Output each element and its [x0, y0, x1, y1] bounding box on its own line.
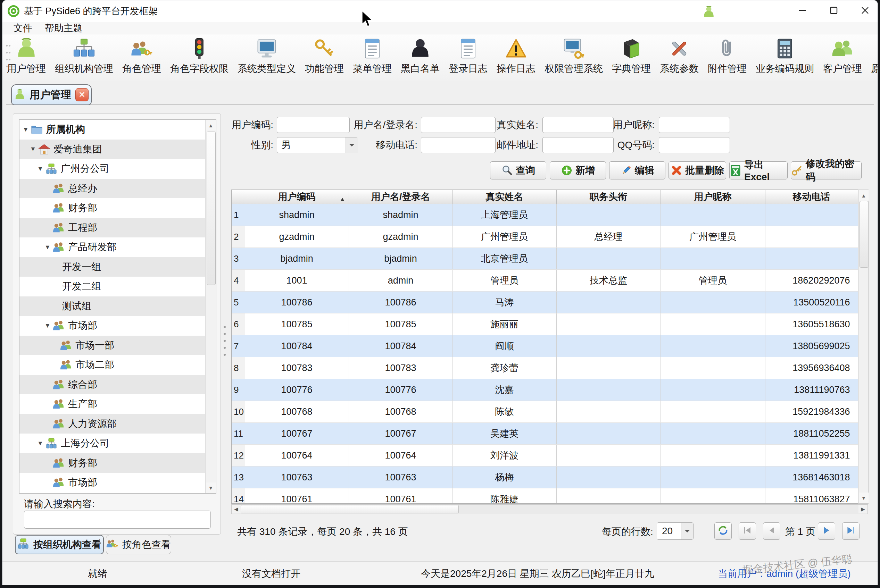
table-row[interactable]: 6100785100785施丽丽13605518630: [232, 314, 858, 335]
user-code-field[interactable]: [277, 117, 350, 133]
tree-item[interactable]: 工程部: [20, 218, 216, 238]
mobile-field[interactable]: [421, 137, 496, 153]
toolbar-item-user-green[interactable]: 用户管理: [2, 34, 50, 75]
menu-item-file[interactable]: 文件: [8, 22, 38, 34]
table-scroll-left-icon[interactable]: ◀: [232, 505, 241, 513]
maximize-button[interactable]: [821, 0, 846, 21]
table-row[interactable]: 5100786100786马涛13500520116: [232, 292, 858, 314]
toolbar-item-orgchart[interactable]: 组织机构管理: [50, 34, 118, 75]
tree-item[interactable]: 市场二部: [20, 355, 216, 375]
toolbar-item-users-green[interactable]: 客户管理: [818, 34, 866, 75]
tree-item[interactable]: 财务部: [20, 453, 216, 473]
expand-arrow-icon[interactable]: ▼: [43, 244, 52, 251]
tree-item[interactable]: 人力资源部: [20, 414, 216, 434]
toolbar-item-traffic[interactable]: 角色字段权限: [166, 34, 233, 75]
table-scroll-down-icon[interactable]: ▼: [859, 492, 868, 503]
last-page-button[interactable]: [842, 522, 859, 540]
table-row[interactable]: 13100763100763杨梅13681463018: [232, 466, 858, 488]
tree-item[interactable]: ▼产品研发部: [20, 237, 216, 257]
toolbar-item-keys[interactable]: 功能管理: [300, 34, 348, 75]
tree-scroll-down-icon[interactable]: ▼: [206, 483, 216, 493]
expand-arrow-icon[interactable]: ▼: [43, 322, 52, 329]
change-password-button[interactable]: 修改我的密码: [791, 161, 862, 180]
add-button[interactable]: 新增: [550, 161, 606, 180]
tree-item[interactable]: 开发一组: [20, 257, 216, 277]
close-button[interactable]: [853, 0, 878, 21]
table-vscroll-thumb[interactable]: [859, 201, 868, 268]
expand-arrow-icon[interactable]: ▼: [36, 440, 45, 447]
toolbar-item-doc[interactable]: 登录日志: [444, 34, 492, 75]
tree-item[interactable]: ▼上海分公司: [20, 434, 216, 453]
edit-button[interactable]: 编辑: [609, 161, 665, 180]
table-row[interactable]: 2gzadmingzadmin广州管理员总经理广州管理员: [232, 226, 858, 248]
tree-item[interactable]: 市场一部: [20, 336, 216, 356]
table-row[interactable]: 8100783100783龚珍蕾13956936408: [232, 357, 858, 379]
column-header[interactable]: 用户昵称: [661, 190, 765, 204]
tree-search-input[interactable]: [24, 511, 211, 529]
toolbar-item-tools[interactable]: 系统参数: [655, 34, 703, 75]
table-hscroll-thumb[interactable]: [241, 505, 459, 513]
tree-item[interactable]: 市场部: [20, 473, 216, 492]
page-size-select[interactable]: 20: [657, 522, 694, 540]
column-header[interactable]: 移动电话: [765, 190, 858, 204]
toolbar-item-monitor-key[interactable]: 权限管理系统: [540, 34, 607, 75]
table-scroll-up-icon[interactable]: ▲: [859, 190, 868, 201]
nickname-field[interactable]: [659, 117, 730, 133]
expand-arrow-icon[interactable]: ▼: [29, 146, 38, 153]
tree-scrollbar[interactable]: ▲ ▼: [205, 120, 216, 493]
tree-item[interactable]: ▼爱奇迪集团: [20, 140, 216, 159]
table-row[interactable]: 1shadminshadmin上海管理员: [232, 204, 858, 226]
tree-item[interactable]: 测试组: [20, 296, 216, 316]
query-button[interactable]: 查询: [490, 161, 546, 180]
table-row[interactable]: 7100784100784阎顺13805699025: [232, 335, 858, 357]
table-row[interactable]: 3bjadminbjadmin北京管理员: [232, 248, 858, 270]
minimize-button[interactable]: [790, 0, 815, 21]
tree-item[interactable]: ▼所属机构: [20, 120, 216, 140]
column-header[interactable]: 真实姓名: [452, 190, 556, 204]
qq-field[interactable]: [659, 137, 730, 153]
email-field[interactable]: [542, 137, 614, 153]
table-row[interactable]: 14100761100761陈雅婕15811063827: [232, 488, 858, 504]
toolbar-item-calc[interactable]: 业务编码规则: [751, 34, 818, 75]
tree-item[interactable]: ▼市场部: [20, 316, 216, 336]
expand-arrow-icon[interactable]: ▼: [36, 165, 45, 172]
toolbar-item-monitor[interactable]: 系统类型定义: [233, 34, 300, 75]
prev-page-button[interactable]: [763, 522, 780, 540]
next-page-button[interactable]: [818, 522, 835, 540]
toolbar-item-role[interactable]: 角色管理: [118, 34, 166, 75]
first-page-button[interactable]: [739, 522, 756, 540]
refresh-button[interactable]: [714, 522, 732, 540]
title-bar[interactable]: 基于 PySide6 的跨平台开发框架: [2, 0, 878, 22]
tree-item[interactable]: 综合部: [20, 375, 216, 394]
table-hscrollbar[interactable]: ◀ ▶: [231, 504, 868, 514]
tree-item[interactable]: 生产部: [20, 394, 216, 414]
toolbar-item-docs[interactable]: 原料管理: [866, 34, 878, 75]
toolbar-item-clip[interactable]: 附件管理: [703, 34, 751, 75]
tree-item[interactable]: 财务部: [20, 198, 216, 218]
table-row[interactable]: 9100776100776沈嘉13811190763: [232, 379, 858, 401]
view-tab-by-org[interactable]: 按组织机构查看: [15, 535, 104, 554]
batch-delete-button[interactable]: 批量删除: [668, 161, 726, 180]
column-header[interactable]: 用户名/登录名: [349, 190, 452, 204]
column-header[interactable]: 职务头衔: [556, 190, 661, 204]
tab-user-management[interactable]: 用户管理 ✕: [11, 84, 92, 105]
menu-item-help[interactable]: 帮助主题: [39, 22, 88, 34]
table-row[interactable]: 12100764100764刘洋波13811991331: [232, 445, 858, 466]
column-header[interactable]: 用户编码: [245, 190, 349, 204]
toolbar-item-doc[interactable]: 菜单管理: [348, 34, 396, 75]
table-row[interactable]: 41001admin管理员技术总监管理员18620292076: [232, 270, 858, 292]
export-excel-button[interactable]: 导出Excel: [729, 161, 788, 180]
table-vscrollbar[interactable]: ▲ ▼: [858, 189, 868, 504]
tree-item[interactable]: 开发二组: [20, 277, 216, 296]
table-row[interactable]: 10100768100768陈敏15921984336: [232, 401, 858, 423]
tree-item[interactable]: ▼广州分公司: [20, 159, 216, 179]
tree-item[interactable]: 总经办: [20, 179, 216, 198]
tree-scroll-thumb[interactable]: [207, 132, 216, 285]
table-scroll-right-icon[interactable]: ▶: [859, 505, 868, 513]
tab-close-icon[interactable]: ✕: [75, 88, 89, 101]
user-name-field[interactable]: [421, 117, 496, 133]
tree-scroll-up-icon[interactable]: ▲: [206, 120, 216, 130]
table-row[interactable]: 11100767100767吴建英18811052255: [232, 423, 858, 445]
toolbar-item-warning[interactable]: 操作日志: [492, 34, 540, 75]
expand-arrow-icon[interactable]: ▼: [21, 126, 30, 133]
